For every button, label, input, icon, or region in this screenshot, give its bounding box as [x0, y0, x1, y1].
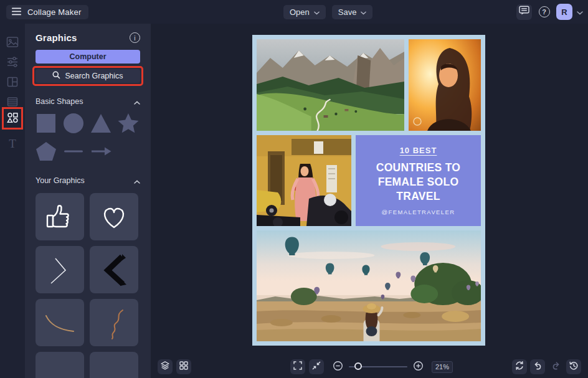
search-icon: [52, 71, 60, 81]
collage-grid-icon: [179, 361, 189, 373]
basic-shapes-label: Basic Shapes: [36, 97, 83, 106]
chevron-down-icon: [361, 7, 366, 17]
save-button[interactable]: Save: [332, 5, 373, 19]
collage-row-1: [257, 39, 481, 131]
text-tool-icon: T: [9, 137, 16, 151]
graphic-tile-thumbs-up[interactable]: [36, 193, 84, 240]
zoom-controls: 21%: [290, 359, 453, 374]
panel-title: Graphics: [36, 32, 77, 43]
undo-button[interactable]: [530, 359, 545, 374]
fit-screen-button[interactable]: [309, 359, 324, 374]
hot-air-balloons-photo: [257, 230, 481, 341]
top-bar: Collage Maker Open Save: [0, 0, 588, 24]
fullscreen-icon: [293, 361, 303, 373]
info-icon[interactable]: i: [130, 32, 140, 43]
your-graphics-grid: [36, 193, 140, 378]
save-label: Save: [338, 7, 357, 17]
collage-cell-balloons[interactable]: [257, 230, 481, 341]
collage-grid-button[interactable]: [176, 359, 191, 374]
fullscreen-button[interactable]: [290, 359, 305, 374]
graphic-tile-heart[interactable]: [90, 193, 138, 240]
shape-square[interactable]: [36, 113, 57, 134]
account-chevron-down-icon[interactable]: [577, 6, 583, 17]
shape-circle[interactable]: [63, 113, 84, 134]
shape-triangle[interactable]: [90, 113, 111, 134]
text-block-line1: COUNTRIES TO: [376, 161, 461, 175]
your-graphics-header[interactable]: Your Graphics: [36, 175, 140, 186]
graphic-tile-pink-marker[interactable]: [90, 352, 138, 378]
graphic-tile-pink-marker[interactable]: [36, 352, 84, 378]
redo-icon: [551, 361, 561, 373]
graphic-tile-chevron-right[interactable]: [36, 246, 84, 293]
text-block-heading: 10 BEST: [400, 146, 437, 155]
sidebar-item-text[interactable]: T: [6, 137, 19, 151]
collage-cell-text-block[interactable]: 10 BEST COUNTRIES TO FEMALE SOLO TRAVEL …: [356, 135, 481, 226]
image-icon: [6, 36, 19, 50]
collage-row-2: 10 BEST COUNTRIES TO FEMALE SOLO TRAVEL …: [257, 135, 481, 226]
bottom-left-tools: [158, 359, 191, 374]
rows-icon: [6, 96, 19, 110]
text-block-handle: @FEMALETRAVELER: [381, 209, 455, 215]
open-label: Open: [290, 7, 310, 17]
zoom-level-readout[interactable]: 21%: [432, 361, 453, 373]
shape-pentagon[interactable]: [36, 141, 57, 162]
collage-row-3: [257, 230, 481, 341]
graphic-tile-tan-squiggle[interactable]: [90, 299, 138, 346]
reset-icon: [514, 361, 524, 373]
street-scene-photo: [257, 135, 351, 226]
sidebar-item-patterns[interactable]: [6, 96, 19, 110]
search-graphics-wrap: Search Graphics: [36, 69, 140, 83]
sidebar-item-edit[interactable]: [6, 56, 19, 70]
undo-icon: [533, 361, 543, 373]
graphics-panel: Graphics i Computer Search Graphics Basi…: [25, 24, 151, 378]
shape-arrow-right[interactable]: [90, 141, 111, 162]
your-graphics-label: Your Graphics: [36, 176, 85, 185]
sidebar-item-photos[interactable]: [6, 36, 19, 50]
sidebar-item-layouts[interactable]: [6, 76, 19, 90]
collage-cell-portrait[interactable]: [409, 39, 481, 131]
help-button[interactable]: ?: [536, 4, 552, 20]
sliders-icon: [6, 56, 19, 70]
redo-button[interactable]: [548, 359, 563, 374]
zoom-slider[interactable]: [349, 366, 407, 367]
file-actions: Open Save: [283, 5, 372, 19]
zoom-slider-knob[interactable]: [354, 362, 362, 370]
collage-document: 10 BEST COUNTRIES TO FEMALE SOLO TRAVEL …: [252, 35, 485, 346]
collage-cell-mountain[interactable]: [257, 39, 404, 131]
reset-button[interactable]: [512, 359, 527, 374]
chevron-down-icon: [314, 7, 320, 17]
computer-upload-button[interactable]: Computer: [36, 50, 140, 64]
open-button[interactable]: Open: [283, 5, 326, 19]
graphic-tile-brush-chevron-left[interactable]: [90, 246, 138, 293]
history-button[interactable]: [566, 359, 581, 374]
graphic-tile-tan-curve[interactable]: [36, 299, 84, 346]
main-menu-button[interactable]: Collage Maker: [6, 5, 88, 19]
shape-star[interactable]: [118, 113, 139, 134]
chevron-up-icon: [134, 96, 140, 107]
app-title: Collage Maker: [27, 7, 81, 17]
feedback-button[interactable]: [516, 4, 532, 20]
sidebar-item-graphics[interactable]: [6, 112, 19, 126]
collage-maker-app: Collage Maker Open Save: [0, 0, 588, 378]
shape-line[interactable]: [63, 141, 84, 162]
text-block-body: COUNTRIES TO FEMALE SOLO TRAVEL: [376, 161, 461, 204]
text-block-line2: FEMALE SOLO: [376, 175, 461, 189]
layers-icon: [160, 361, 170, 373]
basic-shapes-grid: [36, 113, 140, 162]
hamburger-icon: [12, 7, 22, 18]
search-graphics-button[interactable]: Search Graphics: [36, 69, 140, 83]
computer-label: Computer: [69, 52, 106, 61]
help-icon: ?: [539, 6, 550, 17]
basic-shapes-header[interactable]: Basic Shapes: [36, 96, 140, 107]
layers-button[interactable]: [158, 359, 173, 374]
fit-screen-icon: [311, 361, 321, 373]
tool-rail: T: [0, 24, 25, 378]
collage-cell-street[interactable]: [257, 135, 351, 226]
mountain-valley-photo: [257, 39, 404, 131]
avatar[interactable]: R: [556, 4, 572, 20]
canvas-area[interactable]: 10 BEST COUNTRIES TO FEMALE SOLO TRAVEL …: [151, 24, 588, 355]
zoom-out-icon[interactable]: [333, 361, 343, 374]
history-icon: [569, 361, 579, 373]
top-right-controls: ? R: [516, 4, 583, 20]
zoom-in-icon[interactable]: [413, 361, 424, 374]
